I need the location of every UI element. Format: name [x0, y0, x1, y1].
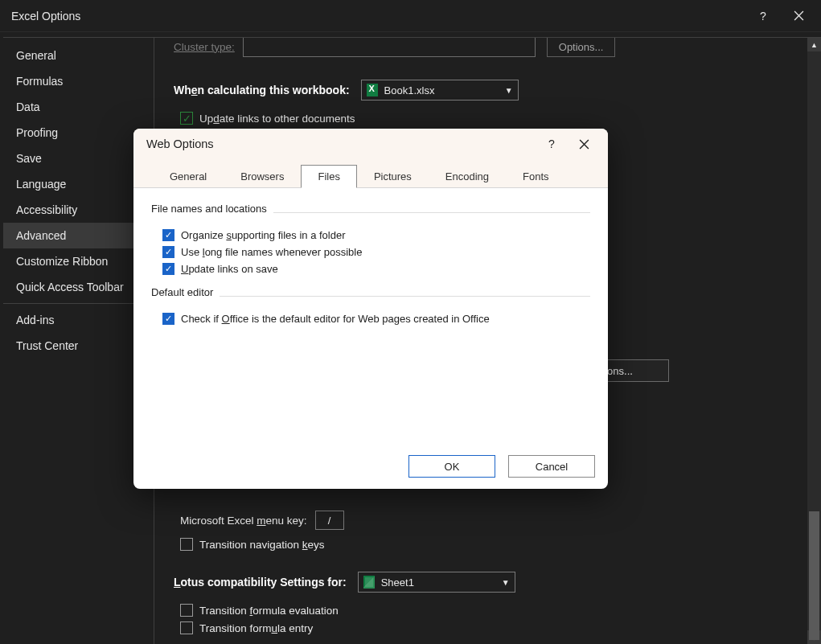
close-icon [794, 10, 804, 21]
sidebar-item-trust-center[interactable]: Trust Center [3, 333, 154, 359]
web-options-titlebar: Web Options ? [133, 129, 608, 159]
web-options-close-button[interactable] [568, 129, 600, 159]
group-divider [273, 212, 590, 213]
menu-key-input[interactable]: / [315, 511, 344, 530]
ok-button[interactable]: OK [408, 455, 495, 478]
vertical-scrollbar[interactable]: ▲ ▼ [807, 38, 821, 644]
transition-formula-eval-checkbox[interactable] [180, 604, 193, 617]
tab-encoding[interactable]: Encoding [429, 165, 506, 188]
scroll-up-arrow[interactable]: ▲ [807, 38, 821, 51]
tab-browsers[interactable]: Browsers [224, 165, 301, 188]
default-editor-label: Check if Office is the default editor fo… [181, 313, 490, 325]
menu-key-label: Microsoft Excel menu key: [180, 515, 307, 527]
sidebar-separator [3, 303, 154, 304]
web-options-tabs: General Browsers Files Pictures Encoding… [133, 159, 608, 188]
default-editor-checkbox[interactable] [162, 313, 174, 325]
sidebar-item-save[interactable]: Save [3, 146, 154, 171]
chevron-down-icon: ▼ [502, 578, 510, 587]
tab-files[interactable]: Files [301, 165, 356, 188]
workbook-dropdown[interactable]: Book1.xlsx ▼ [361, 80, 519, 100]
when-calculating-label: When calculating this workbook: [174, 84, 350, 96]
chevron-down-icon: ▼ [505, 86, 513, 95]
web-options-title: Web Options [146, 137, 536, 150]
organize-files-checkbox[interactable] [162, 229, 174, 241]
sidebar-item-customize-ribbon[interactable]: Customize Ribbon [3, 248, 154, 274]
close-button[interactable] [781, 0, 816, 32]
web-options-footer: OK Cancel [408, 455, 595, 478]
lotus-label: Lotus compatibility Settings for: [174, 576, 347, 589]
sidebar-item-advanced[interactable]: Advanced [3, 223, 154, 248]
transition-nav-label: Transition navigation keys [199, 539, 325, 551]
tab-pictures[interactable]: Pictures [357, 165, 429, 188]
transition-formula-entry-checkbox[interactable] [180, 621, 193, 634]
update-links-label: Update links to other documents [199, 113, 355, 125]
transition-formula-entry-label: Transition formula entry [199, 622, 313, 634]
cluster-type-label: Cluster type: [174, 41, 235, 53]
sidebar-item-formulas[interactable]: Formulas [3, 68, 154, 94]
long-filenames-label: Use long file names whenever possible [181, 246, 362, 258]
web-options-help-button[interactable]: ? [536, 129, 568, 159]
cluster-options-button[interactable]: Options... [547, 37, 616, 57]
sidebar-item-add-ins[interactable]: Add-ins [3, 307, 154, 333]
sidebar: General Formulas Data Proofing Save Lang… [3, 37, 154, 644]
web-options-dialog: Web Options ? General Browsers Files Pic… [133, 129, 608, 489]
update-links-on-save-checkbox[interactable] [162, 263, 174, 275]
long-filenames-checkbox[interactable] [162, 246, 174, 258]
transition-nav-checkbox[interactable] [180, 538, 193, 551]
organize-files-label: Organize supporting files in a folder [181, 229, 346, 241]
excel-options-titlebar: Excel Options ? [0, 0, 821, 32]
sidebar-item-data[interactable]: Data [3, 94, 154, 120]
group-divider [220, 296, 590, 297]
scroll-thumb[interactable] [809, 511, 819, 640]
help-button[interactable]: ? [745, 0, 781, 32]
update-links-checkbox[interactable] [180, 112, 193, 125]
close-icon [579, 139, 589, 150]
sidebar-item-quick-access[interactable]: Quick Access Toolbar [3, 274, 154, 300]
cancel-button[interactable]: Cancel [508, 455, 595, 478]
tab-fonts[interactable]: Fonts [506, 165, 566, 188]
default-editor-group-title: Default editor [151, 286, 213, 298]
sidebar-item-general[interactable]: General [3, 43, 154, 68]
sheet-icon [363, 576, 375, 589]
workbook-dropdown-value: Book1.xlsx [384, 84, 435, 96]
file-names-group-title: File names and locations [151, 203, 267, 215]
excel-file-icon [367, 84, 378, 96]
update-links-on-save-label: Update links on save [181, 263, 278, 275]
scroll-track[interactable] [807, 51, 821, 630]
tab-general[interactable]: General [153, 165, 224, 188]
excel-options-title: Excel Options [11, 10, 745, 23]
sidebar-item-accessibility[interactable]: Accessibility [3, 197, 154, 223]
lotus-sheet-dropdown[interactable]: Sheet1 ▼ [358, 572, 515, 593]
web-options-body: File names and locations Organize suppor… [133, 188, 608, 341]
sidebar-item-proofing[interactable]: Proofing [3, 120, 154, 146]
transition-formula-eval-label: Transition formula evaluation [199, 605, 339, 617]
lotus-sheet-value: Sheet1 [381, 576, 414, 589]
cluster-type-field[interactable] [243, 37, 536, 57]
sidebar-item-language[interactable]: Language [3, 171, 154, 197]
